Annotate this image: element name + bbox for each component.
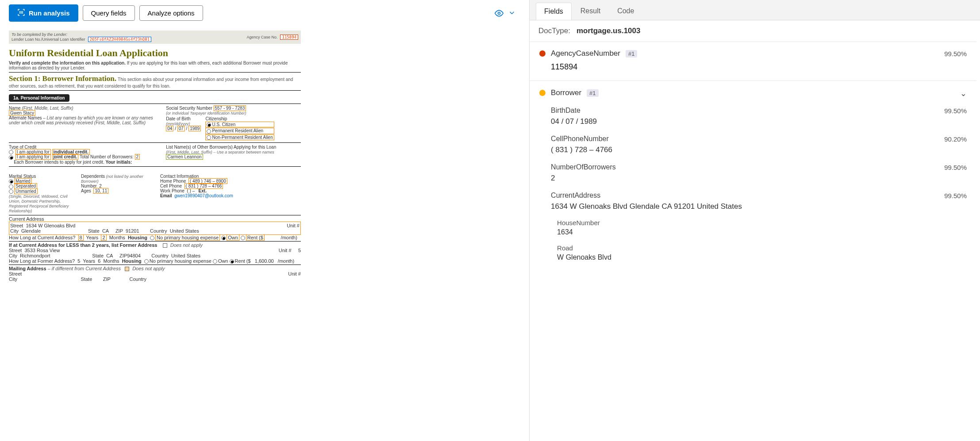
agency-label: Agency Case No. xyxy=(246,35,277,39)
rent-label: Rent ($ xyxy=(246,234,265,241)
state-label-2: State xyxy=(92,253,104,258)
howlong-former-label: How Long at Former Address? xyxy=(9,258,75,264)
former-city: Richmondport xyxy=(20,253,50,258)
chevron-up-icon[interactable]: ⌃ xyxy=(960,88,967,98)
document-render: To be completed by the Lender: Lender Lo… xyxy=(9,31,301,282)
ssn-label: Social Security Number xyxy=(166,106,212,111)
nested-housenumber: HouseNumber 1634 xyxy=(557,219,967,236)
dna-1: Does not apply xyxy=(170,242,203,248)
citizenship-label: Citizenship xyxy=(205,116,227,121)
nested-name: HouseNumber xyxy=(557,219,967,226)
eye-icon[interactable] xyxy=(495,9,503,20)
dob-d: 07 xyxy=(177,126,185,131)
ssn-hint: (or Individual Taxpayer Identification N… xyxy=(166,111,246,115)
analyze-options-button[interactable]: Analyze options xyxy=(139,5,203,21)
housing-none-2: No primary housing expense xyxy=(150,258,211,264)
dob-label: Date of Birth xyxy=(166,116,191,121)
own-label-2: Own xyxy=(218,258,228,264)
email-value: gwen19890407@outlook.com xyxy=(174,193,233,198)
subfield-confidence: 99.50% xyxy=(944,107,967,115)
ext-label: Ext. xyxy=(199,188,207,193)
total-borrowers-label: Total Number of Borrowers: xyxy=(80,154,134,159)
dependents-label: Dependents xyxy=(81,174,105,179)
month-suffix-2: /month) xyxy=(278,258,294,264)
other-borrowers-label: List Name(s) of Other Borrower(s) Applyi… xyxy=(166,145,276,150)
former-country: United States xyxy=(171,253,200,258)
svg-point-0 xyxy=(498,12,500,15)
field-borrower[interactable]: Borrower #1 ⌃ BirthDate 99.50% 04 / 07 /… xyxy=(530,81,976,270)
zip-label: ZIP xyxy=(115,228,123,234)
ssn-value: 557 - 99 - 7283 xyxy=(214,105,246,111)
former-street: 3533 Rosa View xyxy=(24,248,60,253)
field-name: AgencyCaseNumber xyxy=(551,49,620,58)
mailing-label: Mailing Address xyxy=(9,266,46,271)
subfield-name: CurrentAddress xyxy=(551,192,600,199)
subfield-numberofborrowers: NumberOfBorrowers 99.50% 2 xyxy=(551,163,967,183)
housing-none: No primary housing expense xyxy=(155,234,220,241)
months-label-2: Months xyxy=(103,258,119,264)
document-preview-pane: Run analysis Query fields Analyze option… xyxy=(0,0,529,441)
tab-fields[interactable]: Fields xyxy=(536,3,572,20)
lender-note: To be completed by the Lender: xyxy=(12,32,67,37)
curraddr-city: Glendale xyxy=(21,228,41,234)
subfield-name: CellPhoneNumber xyxy=(551,135,609,143)
run-analysis-label: Run analysis xyxy=(29,9,70,17)
field-badge: #1 xyxy=(626,50,637,58)
marital-unmarried: Unmarried xyxy=(14,188,38,194)
subfield-confidence: 90.20% xyxy=(944,135,967,143)
work-phone: ( ) – xyxy=(187,188,195,193)
field-confidence: 99.50% xyxy=(944,50,967,58)
cell-phone-label: Cell Phone xyxy=(160,184,182,188)
years-label-2: Years xyxy=(83,258,95,264)
results-tabs: Fields Result Code xyxy=(530,0,980,20)
former-state: CA xyxy=(106,253,113,258)
status-dot-icon xyxy=(539,50,546,57)
city-label: City xyxy=(10,228,19,234)
scan-icon xyxy=(17,8,25,18)
rent-label-2: Rent ($ xyxy=(235,258,251,264)
subfield-birthdate: BirthDate 99.50% 04 / 07 / 1989 xyxy=(551,107,967,126)
doctype-value: mortgage.us.1003 xyxy=(576,27,641,35)
field-value: 115894 xyxy=(551,62,967,72)
country-label-3: Country xyxy=(129,276,146,282)
tab-1a: 1a. Personal Information xyxy=(9,94,69,102)
curraddr-label: Current Address xyxy=(9,216,44,222)
tab-code[interactable]: Code xyxy=(609,3,642,20)
citizen-us: U.S. Citizen xyxy=(212,122,235,127)
agency-value: 115894 xyxy=(280,35,298,40)
subfield-name: NumberOfBorrowers xyxy=(551,163,616,171)
query-fields-button[interactable]: Query fields xyxy=(83,5,135,21)
month-suffix: /month) xyxy=(281,235,297,240)
lender-loan-value: 265Fs6fAZ2H4984Gs4f23hQ81 xyxy=(88,37,151,42)
doctype-label: DocType: xyxy=(538,27,570,35)
howlong-years: 8 xyxy=(78,234,84,241)
tab-result[interactable]: Result xyxy=(573,3,608,20)
credit-ind: individual credit. xyxy=(54,150,88,154)
subfield-value: ( 831 ) 728 – 4766 xyxy=(551,146,967,154)
chevron-down-icon[interactable] xyxy=(508,9,516,20)
housing-label: Housing xyxy=(128,235,147,240)
curraddr-state: CA xyxy=(102,228,109,234)
curraddr-zip: 91201 xyxy=(126,228,139,234)
subfield-cellphone: CellPhoneNumber 90.20% ( 831 ) 728 – 476… xyxy=(551,135,967,154)
dob-y: 1989 xyxy=(188,126,201,131)
total-borrowers-value: 2 xyxy=(135,154,140,160)
subfield-value: 2 xyxy=(551,174,967,183)
zip-label-3: ZIP xyxy=(103,276,111,282)
field-agency-case-number[interactable]: AgencyCaseNumber #1 99.50% 115894 xyxy=(530,42,976,81)
nested-value: 1634 xyxy=(557,228,967,236)
run-analysis-button[interactable]: Run analysis xyxy=(9,4,78,22)
former-months: 6 xyxy=(98,258,100,264)
mailing-hint: – if different from Current Address xyxy=(48,266,121,271)
field-badge: #1 xyxy=(587,89,598,97)
initials-label: Your initials: xyxy=(105,160,132,165)
view-controls xyxy=(495,9,516,20)
former-heading: If at Current Address for LESS than 2 ye… xyxy=(9,242,157,248)
state-label-3: State xyxy=(81,276,92,282)
former-rent: 1,600.00 xyxy=(255,258,274,264)
subfield-currentaddress: CurrentAddress 99.50% 1634 W Glenoaks Bl… xyxy=(551,192,967,261)
work-phone-label: Work Phone xyxy=(160,188,184,193)
own-label: Own xyxy=(227,234,239,241)
toolbar: Run analysis Query fields Analyze option… xyxy=(9,4,520,22)
citizen-perm: Permanent Resident Alien xyxy=(212,128,263,133)
